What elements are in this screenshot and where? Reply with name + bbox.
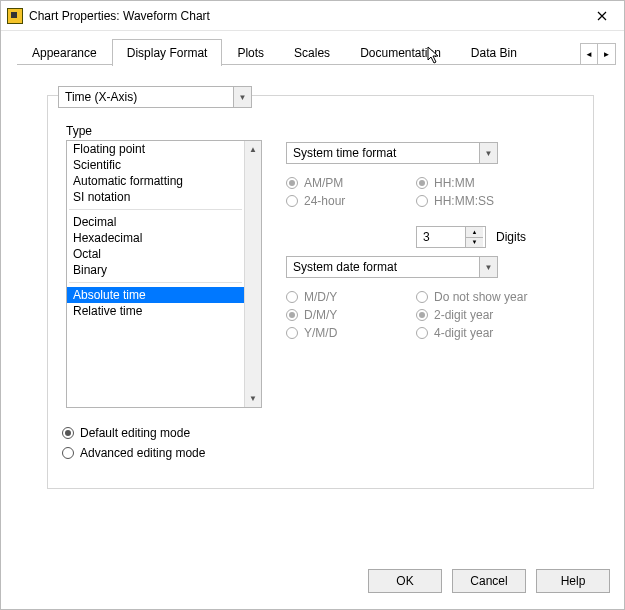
- radio-icon: [286, 309, 298, 321]
- radio-ampm: AM/PM: [286, 176, 416, 190]
- radio-icon: [416, 177, 428, 189]
- radio-icon: [62, 427, 74, 439]
- list-item[interactable]: Relative time: [67, 303, 244, 319]
- radio-icon: [416, 291, 428, 303]
- radio-icon: [416, 327, 428, 339]
- tab-appearance[interactable]: Appearance: [17, 39, 112, 66]
- display-format-group: Time (X-Axis) ▼ Type Floating point Scie…: [47, 95, 594, 489]
- editing-mode-group: Default editing mode Advanced editing mo…: [62, 426, 575, 460]
- radio-hhmm: HH:MM: [416, 176, 494, 190]
- list-item[interactable]: Automatic formatting: [67, 173, 244, 189]
- list-item[interactable]: Decimal: [67, 214, 244, 230]
- tab-strip: Appearance Display Format Plots Scales D…: [1, 31, 624, 65]
- digits-row: ▲ ▼ Digits: [286, 226, 575, 248]
- radio-icon: [416, 195, 428, 207]
- close-button[interactable]: [580, 1, 624, 30]
- digits-spinner[interactable]: ▲ ▼: [416, 226, 486, 248]
- type-label: Type: [66, 124, 575, 138]
- radio-hhmmss: HH:MM:SS: [416, 194, 494, 208]
- tab-display-format[interactable]: Display Format: [112, 39, 223, 66]
- axis-select-container: Time (X-Axis) ▼: [58, 86, 575, 108]
- tab-scroll-arrows: ◄ ►: [580, 43, 616, 65]
- spin-up-icon[interactable]: ▲: [466, 227, 483, 237]
- tab-scroll-right[interactable]: ►: [598, 43, 616, 65]
- list-item[interactable]: Binary: [67, 262, 244, 278]
- titlebar: Chart Properties: Waveform Chart: [1, 1, 624, 31]
- tab-content: Time (X-Axis) ▼ Type Floating point Scie…: [1, 65, 624, 559]
- list-divider: [69, 282, 242, 283]
- list-item[interactable]: Floating point: [67, 141, 244, 157]
- list-item[interactable]: SI notation: [67, 189, 244, 205]
- radio-default-editing[interactable]: Default editing mode: [62, 426, 575, 440]
- scroll-down-icon[interactable]: ▼: [245, 390, 261, 407]
- tab-data-bin[interactable]: Data Bin: [456, 39, 532, 66]
- list-divider: [69, 209, 242, 210]
- list-item-selected[interactable]: Absolute time: [67, 287, 244, 303]
- digits-label: Digits: [496, 230, 526, 244]
- list-item[interactable]: Scientific: [67, 157, 244, 173]
- dialog-window: Chart Properties: Waveform Chart Appeara…: [0, 0, 625, 610]
- radio-advanced-editing[interactable]: Advanced editing mode: [62, 446, 575, 460]
- time-format-select[interactable]: System time format ▼: [286, 142, 498, 164]
- radio-4digit-year: 4-digit year: [416, 326, 527, 340]
- radio-icon: [286, 291, 298, 303]
- radio-no-year: Do not show year: [416, 290, 527, 304]
- ok-button[interactable]: OK: [368, 569, 442, 593]
- format-options: System time format ▼ AM/PM 2: [286, 140, 575, 408]
- radio-icon: [286, 195, 298, 207]
- radio-2digit-year: 2-digit year: [416, 308, 527, 322]
- scroll-up-icon[interactable]: ▲: [245, 141, 261, 158]
- list-item[interactable]: Octal: [67, 246, 244, 262]
- chevron-down-icon: ▼: [233, 87, 251, 107]
- listbox-scrollbar[interactable]: ▲ ▼: [244, 141, 261, 407]
- radio-24hour: 24-hour: [286, 194, 416, 208]
- type-listbox[interactable]: Floating point Scientific Automatic form…: [66, 140, 262, 408]
- date-format-value: System date format: [293, 260, 397, 274]
- spin-down-icon[interactable]: ▼: [466, 237, 483, 248]
- tab-scales[interactable]: Scales: [279, 39, 345, 66]
- tab-plots[interactable]: Plots: [222, 39, 279, 66]
- close-icon: [597, 11, 607, 21]
- radio-icon: [62, 447, 74, 459]
- button-bar: OK Cancel Help: [1, 559, 624, 609]
- time-format-radios: AM/PM 24-hour HH:MM: [286, 176, 575, 208]
- tab-documentation[interactable]: Documentation: [345, 39, 456, 66]
- tab-underline: [17, 64, 616, 65]
- tab-scroll-left[interactable]: ◄: [580, 43, 598, 65]
- chevron-down-icon: ▼: [479, 257, 497, 277]
- date-format-select[interactable]: System date format ▼: [286, 256, 498, 278]
- radio-icon: [286, 177, 298, 189]
- digits-input[interactable]: [417, 227, 465, 247]
- window-title: Chart Properties: Waveform Chart: [29, 9, 580, 23]
- date-format-radios: M/D/Y D/M/Y Y/M/D: [286, 290, 575, 340]
- list-item[interactable]: Hexadecimal: [67, 230, 244, 246]
- axis-select[interactable]: Time (X-Axis) ▼: [58, 86, 252, 108]
- help-button[interactable]: Help: [536, 569, 610, 593]
- radio-ymd: Y/M/D: [286, 326, 416, 340]
- radio-dmy: D/M/Y: [286, 308, 416, 322]
- radio-mdy: M/D/Y: [286, 290, 416, 304]
- chevron-down-icon: ▼: [479, 143, 497, 163]
- time-format-value: System time format: [293, 146, 396, 160]
- axis-select-value: Time (X-Axis): [65, 90, 137, 104]
- radio-icon: [416, 309, 428, 321]
- app-icon: [7, 8, 23, 24]
- radio-icon: [286, 327, 298, 339]
- cancel-button[interactable]: Cancel: [452, 569, 526, 593]
